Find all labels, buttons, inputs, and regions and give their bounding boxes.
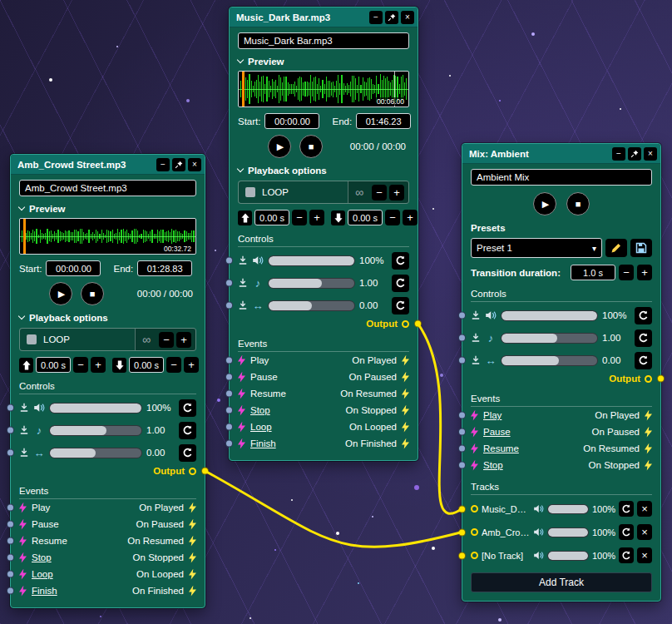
pan-input-port[interactable]: [459, 358, 465, 364]
transition-duration-field[interactable]: 1.0 s: [571, 265, 615, 280]
event-port[interactable]: [7, 505, 13, 511]
pitch-slider[interactable]: [501, 333, 598, 344]
event-handler-label[interactable]: On Resumed: [583, 443, 640, 453]
stop-button[interactable]: ■: [566, 192, 590, 215]
output-port-icon[interactable]: [189, 468, 196, 475]
output-port-icon[interactable]: [645, 375, 652, 383]
event-handler-label[interactable]: On Stopped: [589, 460, 640, 470]
pitch-input-port[interactable]: [226, 280, 232, 286]
track-input-port[interactable]: [459, 552, 465, 558]
event-handler-label[interactable]: On Paused: [136, 519, 184, 529]
pan-slider[interactable]: [501, 355, 598, 366]
filename-input[interactable]: Music_Dark Bar.mp3: [238, 32, 409, 49]
mix-node-ambient[interactable]: Mix: Ambient − × Ambient Mix ▶ ■ Presets…: [462, 143, 661, 602]
track-name[interactable]: [No Track]: [482, 551, 530, 561]
titlebar[interactable]: Music_Dark Bar.mp3 − ×: [230, 7, 418, 27]
fade-in-field[interactable]: 0.00 s: [254, 210, 289, 225]
preview-toggle[interactable]: Preview: [238, 55, 409, 67]
output-port[interactable]: [202, 468, 208, 474]
minimize-button[interactable]: −: [369, 11, 383, 24]
fade-out-field[interactable]: 0.00 s: [348, 210, 383, 225]
event-label[interactable]: Loop: [32, 569, 53, 579]
stop-button[interactable]: ■: [81, 282, 104, 305]
loop-toggle[interactable]: LOOP: [20, 329, 135, 350]
play-button[interactable]: ▶: [268, 135, 291, 158]
loop-checkbox[interactable]: [27, 334, 37, 344]
fade-in-increment[interactable]: +: [309, 210, 324, 225]
track-port-icon[interactable]: [471, 528, 478, 536]
fade-in-increment[interactable]: +: [91, 357, 106, 373]
playhead-marker[interactable]: [23, 219, 26, 254]
event-handler-label[interactable]: On Paused: [348, 372, 397, 382]
pin-button[interactable]: [628, 147, 641, 161]
close-button[interactable]: ×: [401, 11, 414, 24]
close-button[interactable]: ×: [644, 147, 657, 161]
pitch-input-port[interactable]: [459, 335, 465, 341]
pitch-slider[interactable]: [49, 425, 142, 436]
add-track-button[interactable]: Add Track: [471, 572, 652, 592]
event-port[interactable]: [459, 463, 465, 468]
event-port[interactable]: [459, 413, 465, 418]
loop-count-increment[interactable]: +: [176, 332, 191, 348]
pitch-input-port[interactable]: [7, 428, 13, 433]
loop-toggle[interactable]: LOOP: [239, 181, 348, 203]
track-volume-slider[interactable]: [547, 504, 589, 514]
transition-decrement[interactable]: −: [619, 265, 634, 280]
volume-input-port[interactable]: [226, 258, 232, 264]
titlebar[interactable]: Amb_Crowd Street.mp3 − ×: [11, 155, 205, 175]
preview-toggle[interactable]: Preview: [19, 202, 196, 215]
pin-button[interactable]: [172, 158, 185, 171]
transition-increment[interactable]: +: [637, 265, 652, 280]
fade-in-decrement[interactable]: −: [73, 357, 88, 373]
start-time-field[interactable]: 00:00.00: [264, 113, 319, 129]
audio-node-music-dark-bar[interactable]: Music_Dark Bar.mp3 − × Music_Dark Bar.mp…: [229, 7, 418, 461]
event-label[interactable]: Stop: [250, 405, 270, 415]
track-remove-button[interactable]: ×: [637, 547, 652, 563]
track-reload-button[interactable]: [619, 501, 634, 517]
pin-button[interactable]: [385, 11, 398, 24]
playback-options-toggle[interactable]: Playback options: [238, 164, 409, 176]
minimize-button[interactable]: −: [612, 147, 625, 161]
start-time-field[interactable]: 00:00.00: [46, 260, 101, 276]
event-handler-label[interactable]: On Resumed: [127, 536, 184, 546]
rename-preset-button[interactable]: [605, 239, 627, 257]
play-button[interactable]: ▶: [533, 192, 556, 215]
event-label[interactable]: Resume: [250, 389, 286, 399]
loop-count-decrement[interactable]: −: [372, 185, 387, 201]
pan-slider[interactable]: [268, 300, 355, 311]
event-label[interactable]: Play: [32, 503, 50, 513]
track-name[interactable]: Amb_Crowd ...: [482, 527, 530, 537]
event-handler-label[interactable]: On Played: [352, 355, 397, 365]
track-volume-slider[interactable]: [547, 527, 589, 537]
loop-count-decrement[interactable]: −: [159, 332, 174, 348]
track-port-icon[interactable]: [471, 552, 478, 559]
event-handler-label[interactable]: On Looped: [136, 569, 184, 579]
track-reload-button[interactable]: [619, 547, 634, 563]
event-handler-label[interactable]: On Stopped: [346, 405, 397, 415]
filename-input[interactable]: Amb_Crowd Street.mp3: [19, 180, 196, 196]
output-port[interactable]: [415, 321, 421, 327]
pan-reset-button[interactable]: [392, 297, 409, 314]
waveform-display[interactable]: 00:06.00: [238, 71, 409, 107]
fade-in-decrement[interactable]: −: [292, 210, 307, 225]
event-port[interactable]: [7, 555, 13, 561]
event-port[interactable]: [226, 374, 232, 380]
track-reload-button[interactable]: [619, 524, 634, 540]
pan-reset-button[interactable]: [635, 352, 652, 369]
event-label[interactable]: Play: [250, 355, 269, 365]
event-label[interactable]: Finish: [250, 438, 276, 448]
minimize-button[interactable]: −: [156, 158, 170, 171]
event-label[interactable]: Stop: [32, 552, 52, 562]
event-label[interactable]: Resume: [483, 443, 519, 453]
preset-select[interactable]: Preset 1▾: [471, 238, 602, 258]
track-name[interactable]: Music_Dark ...: [482, 504, 530, 514]
track-input-port[interactable]: [459, 529, 465, 535]
event-handler-label[interactable]: On Played: [139, 503, 184, 513]
pan-input-port[interactable]: [226, 303, 232, 309]
event-port[interactable]: [7, 588, 13, 594]
event-port[interactable]: [226, 408, 232, 414]
fade-out-decrement[interactable]: −: [385, 210, 400, 225]
event-label[interactable]: Pause: [32, 519, 59, 529]
event-handler-label[interactable]: On Looped: [349, 422, 397, 432]
event-label[interactable]: Pause: [483, 427, 511, 437]
